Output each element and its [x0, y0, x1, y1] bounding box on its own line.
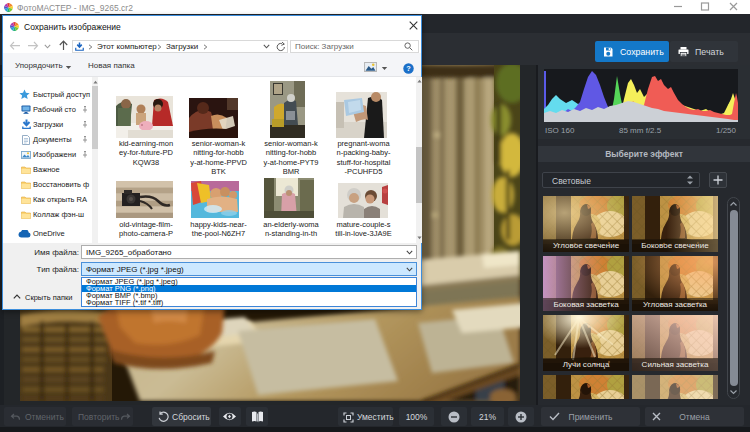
svg-text:?: ? [406, 64, 411, 73]
